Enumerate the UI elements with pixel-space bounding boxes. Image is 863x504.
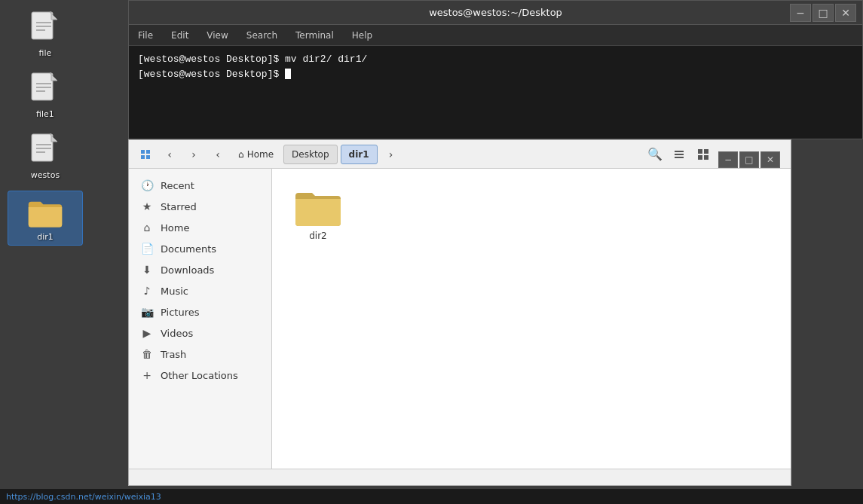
terminal-menu-search[interactable]: Search (243, 29, 280, 42)
trash-icon: 🗑 (141, 348, 153, 360)
folder-dir2-icon (294, 187, 342, 228)
sidebar-item-trash[interactable]: 🗑 Trash (129, 344, 271, 365)
bottom-bar: https://blog.csdn.net/weixin/weixia13 (0, 489, 863, 504)
svg-rect-22 (704, 155, 708, 160)
filemanager-main[interactable]: dir2 (272, 169, 791, 469)
sidebar-item-music-label: Music (161, 286, 188, 297)
videos-icon: ▶ (141, 327, 153, 339)
back-button[interactable]: ‹ (159, 144, 180, 165)
sidebar-item-pictures[interactable]: 📷 Pictures (129, 301, 271, 322)
terminal-menubar: File Edit View Search Terminal Help (129, 25, 862, 46)
filemanager-toolbar: ‹ › ‹ ⌂ Home Desktop dir1 › 🔍 (129, 140, 791, 169)
filemanager-minimize-button[interactable]: − (718, 151, 738, 168)
pictures-icon: 📷 (141, 306, 153, 318)
sidebar-item-pictures-label: Pictures (161, 307, 199, 318)
dir1-icon-image (27, 194, 63, 231)
svg-rect-18 (675, 157, 684, 158)
forward-button[interactable]: › (183, 144, 204, 165)
svg-rect-17 (675, 154, 684, 155)
svg-rect-12 (141, 150, 145, 154)
westos-icon-image (27, 133, 63, 169)
filemanager-close-button[interactable]: ✕ (760, 151, 780, 168)
svg-rect-16 (675, 151, 684, 152)
bottom-link[interactable]: https://blog.csdn.net/weixin/weixia13 (6, 492, 161, 502)
terminal-menu-terminal[interactable]: Terminal (292, 29, 337, 42)
home-icon: ⌂ (238, 149, 244, 160)
svg-rect-20 (704, 149, 708, 154)
terminal-minimize-button[interactable]: − (790, 4, 811, 22)
terminal-controls: − □ ✕ (790, 4, 856, 22)
sidebar: 🕐 Recent ★ Starred ⌂ Home 📄 Documents ⬇ (129, 169, 272, 469)
starred-icon: ★ (141, 200, 153, 212)
svg-rect-8 (32, 134, 53, 161)
terminal-content[interactable]: [westos@westos Desktop]$ mv dir2/ dir1/ … (129, 46, 862, 87)
sidebar-item-home[interactable]: ⌂ Home (129, 217, 271, 238)
terminal-line-1: [westos@westos Desktop]$ mv dir2/ dir1/ (138, 52, 853, 67)
sidebar-item-music[interactable]: ♪ Music (129, 280, 271, 301)
folder-item-dir2[interactable]: dir2 (284, 181, 352, 247)
svg-rect-13 (146, 150, 150, 154)
desktop-icon-dir1[interactable]: dir1 (8, 191, 83, 246)
svg-rect-15 (146, 155, 150, 159)
sidebar-item-other-locations[interactable]: + Other Locations (129, 365, 271, 386)
sidebar-item-trash-label: Trash (161, 349, 186, 360)
sidebar-item-home-label: Home (161, 222, 189, 234)
desktop-icon-file[interactable]: file (8, 8, 83, 61)
svg-rect-21 (698, 155, 702, 160)
terminal-title: westos@westos:~/Desktop (429, 7, 562, 18)
dir1-breadcrumb[interactable]: dir1 (341, 145, 378, 164)
terminal-window: westos@westos:~/Desktop − □ ✕ File Edit … (128, 0, 863, 139)
filemanager-nav-icon[interactable] (135, 144, 156, 165)
sidebar-item-recent-label: Recent (161, 180, 194, 191)
music-icon: ♪ (141, 285, 153, 297)
svg-rect-4 (32, 73, 53, 100)
desktop-icon-westos-label: westos (31, 170, 60, 180)
desktop-icon-file-label: file (39, 48, 52, 58)
svg-rect-14 (141, 155, 145, 159)
sidebar-item-recent[interactable]: 🕐 Recent (129, 175, 271, 196)
sidebar-item-starred[interactable]: ★ Starred (129, 196, 271, 217)
desktop-icon-westos[interactable]: westos (8, 130, 83, 183)
terminal-menu-view[interactable]: View (204, 29, 231, 42)
terminal-menu-file[interactable]: File (135, 29, 156, 42)
search-button[interactable]: 🔍 (644, 144, 666, 165)
file1-icon-image (27, 72, 63, 108)
sidebar-item-documents[interactable]: 📄 Documents (129, 238, 271, 259)
desktop-breadcrumb[interactable]: Desktop (283, 145, 338, 164)
sidebar-item-videos-label: Videos (161, 328, 193, 339)
recent-icon: 🕐 (141, 179, 153, 191)
terminal-close-button[interactable]: ✕ (835, 4, 856, 22)
desktop: file file1 (0, 0, 863, 504)
filemanager-window: ‹ › ‹ ⌂ Home Desktop dir1 › 🔍 (128, 139, 791, 486)
breadcrumb-chevron-left[interactable]: ‹ (207, 144, 228, 165)
list-view-button[interactable] (669, 144, 690, 165)
sidebar-item-videos[interactable]: ▶ Videos (129, 322, 271, 344)
downloads-icon: ⬇ (141, 264, 153, 276)
folder-dir2-label: dir2 (309, 231, 327, 241)
desktop-icons-container: file file1 (0, 0, 90, 504)
sidebar-item-documents-label: Documents (161, 243, 216, 255)
filemanager-body: 🕐 Recent ★ Starred ⌂ Home 📄 Documents ⬇ (129, 169, 791, 469)
filemanager-maximize-button[interactable]: □ (739, 151, 759, 168)
documents-icon: 📄 (141, 243, 153, 255)
sidebar-item-starred-label: Starred (161, 201, 197, 212)
svg-rect-0 (32, 12, 53, 39)
sidebar-item-downloads-label: Downloads (161, 264, 214, 276)
desktop-icon-dir1-label: dir1 (37, 232, 54, 242)
terminal-line-2: [westos@westos Desktop]$ (138, 67, 853, 82)
svg-rect-19 (698, 149, 702, 154)
terminal-menu-help[interactable]: Help (349, 29, 375, 42)
sidebar-item-downloads[interactable]: ⬇ Downloads (129, 259, 271, 280)
grid-view-button[interactable] (693, 144, 714, 165)
home-label: Home (247, 149, 274, 160)
breadcrumb-chevron-right[interactable]: › (381, 144, 402, 165)
home-breadcrumb[interactable]: ⌂ Home (231, 144, 280, 165)
terminal-prompt-text: [westos@westos Desktop]$ (138, 69, 285, 80)
home-sidebar-icon: ⌂ (141, 221, 153, 234)
filemanager-window-controls: − □ ✕ (718, 151, 780, 168)
terminal-maximize-button[interactable]: □ (813, 4, 834, 22)
desktop-icon-file1[interactable]: file1 (8, 69, 83, 122)
terminal-menu-edit[interactable]: Edit (168, 29, 191, 42)
sidebar-item-other-locations-label: Other Locations (161, 370, 238, 381)
terminal-titlebar: westos@westos:~/Desktop − □ ✕ (129, 1, 862, 25)
